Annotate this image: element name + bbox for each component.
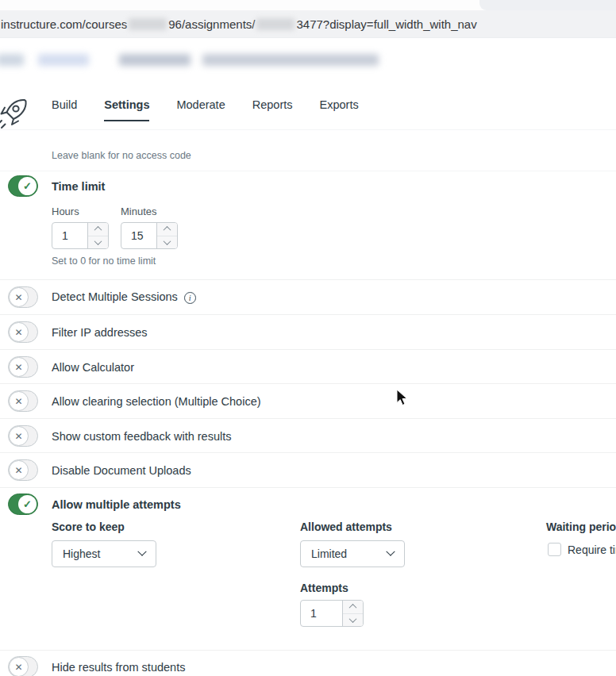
quiz-nav-tabs: Build Settings Moderate Reports Exports bbox=[52, 98, 359, 121]
breadcrumb-redacted-item bbox=[0, 54, 24, 66]
tab-settings[interactable]: Settings bbox=[104, 98, 149, 121]
allow-calculator-row: ✕ Allow Calculator bbox=[8, 356, 134, 378]
disable-document-uploads-label: Disable Document Uploads bbox=[52, 464, 191, 477]
waiting-period-label: Waiting period bbox=[546, 520, 616, 533]
url-text-mid: 96/assignments/ bbox=[168, 17, 255, 31]
hide-results-row: ✕ Hide results from students bbox=[8, 656, 185, 676]
minutes-value[interactable]: 15 bbox=[121, 223, 156, 248]
hours-increment-button[interactable] bbox=[88, 223, 108, 236]
hours-decrement-button[interactable] bbox=[88, 236, 108, 249]
divider bbox=[0, 418, 616, 419]
allow-clearing-selection-label: Allow clearing selection (Multiple Choic… bbox=[52, 395, 261, 408]
x-icon: ✕ bbox=[9, 657, 29, 676]
score-to-keep-value: Highest bbox=[63, 547, 100, 560]
breadcrumb-redacted-item bbox=[38, 54, 89, 66]
divider bbox=[0, 383, 616, 384]
access-code-hint: Leave blank for no access code bbox=[52, 150, 191, 161]
chevron-down-icon bbox=[94, 237, 102, 245]
mouse-cursor bbox=[396, 389, 409, 406]
url-redacted-segment bbox=[256, 18, 295, 30]
allow-clearing-selection-toggle[interactable]: ✕ bbox=[8, 390, 38, 412]
show-custom-feedback-label: Show custom feedback with results bbox=[52, 430, 231, 443]
allow-clearing-selection-row: ✕ Allow clearing selection (Multiple Cho… bbox=[8, 390, 261, 412]
allowed-attempts-value: Limited bbox=[311, 547, 347, 560]
url-text-prefix: instructure.com/courses bbox=[1, 17, 127, 31]
minutes-increment-button[interactable] bbox=[157, 223, 177, 236]
chevron-down-icon bbox=[137, 547, 146, 556]
filter-ip-row: ✕ Filter IP addresses bbox=[8, 321, 148, 343]
chevron-up-icon bbox=[94, 226, 102, 234]
attempts-label: Attempts bbox=[300, 582, 348, 594]
minutes-stepper[interactable]: 15 bbox=[121, 222, 178, 249]
address-bar[interactable]: instructure.com/courses 96/assignments/ … bbox=[0, 10, 616, 38]
require-time-label: Require tim bbox=[568, 543, 616, 556]
hours-label: Hours bbox=[52, 205, 79, 217]
chevron-up-icon bbox=[349, 604, 357, 612]
show-custom-feedback-row: ✕ Show custom feedback with results bbox=[8, 425, 231, 447]
hours-stepper[interactable]: 1 bbox=[52, 222, 109, 249]
disable-document-uploads-row: ✕ Disable Document Uploads bbox=[8, 459, 191, 481]
divider bbox=[0, 487, 616, 488]
chevron-down-icon bbox=[349, 615, 357, 623]
divider bbox=[0, 171, 616, 171]
allow-multiple-attempts-label: Allow multiple attempts bbox=[52, 498, 181, 511]
divider bbox=[0, 279, 616, 280]
chevron-up-icon bbox=[164, 226, 171, 234]
allow-multiple-attempts-toggle[interactable]: ✓ bbox=[8, 494, 38, 515]
x-icon: ✕ bbox=[9, 460, 29, 480]
detect-multiple-sessions-row: ✕ Detect Multiple Sessionsi bbox=[8, 286, 196, 308]
time-limit-row: ✓ Time limit bbox=[8, 175, 105, 197]
attempts-stepper[interactable]: 1 bbox=[300, 600, 364, 627]
attempts-increment-button[interactable] bbox=[343, 601, 363, 613]
allowed-attempts-select[interactable]: Limited bbox=[300, 540, 405, 567]
tab-reports[interactable]: Reports bbox=[252, 98, 293, 121]
minutes-label: Minutes bbox=[121, 205, 157, 217]
x-icon: ✕ bbox=[9, 322, 29, 342]
divider bbox=[0, 650, 616, 651]
allow-calculator-label: Allow Calculator bbox=[52, 361, 134, 374]
attempts-value[interactable]: 1 bbox=[301, 601, 342, 626]
tab-exports[interactable]: Exports bbox=[320, 98, 359, 121]
x-icon: ✕ bbox=[9, 426, 29, 446]
hours-value[interactable]: 1 bbox=[52, 223, 87, 248]
tab-moderate[interactable]: Moderate bbox=[176, 98, 225, 121]
allowed-attempts-label: Allowed attempts bbox=[300, 520, 392, 533]
check-icon: ✓ bbox=[18, 495, 37, 513]
info-icon[interactable]: i bbox=[184, 292, 196, 304]
breadcrumb-redacted-item bbox=[119, 54, 191, 66]
divider bbox=[0, 129, 616, 130]
allow-multiple-attempts-row: ✓ Allow multiple attempts bbox=[8, 494, 181, 515]
hide-results-label: Hide results from students bbox=[52, 661, 185, 674]
breadcrumb-redacted-item bbox=[202, 54, 379, 66]
hide-results-toggle[interactable]: ✕ bbox=[8, 656, 38, 676]
chevron-down-icon bbox=[164, 237, 171, 245]
x-icon: ✕ bbox=[9, 357, 29, 377]
filter-ip-toggle[interactable]: ✕ bbox=[8, 321, 38, 343]
filter-ip-label: Filter IP addresses bbox=[52, 326, 148, 339]
browser-tab-edge bbox=[479, 0, 616, 10]
tab-build[interactable]: Build bbox=[52, 98, 77, 121]
require-time-checkbox[interactable] bbox=[548, 543, 561, 556]
divider bbox=[0, 314, 616, 315]
require-time-row: Require tim bbox=[548, 543, 616, 556]
x-icon: ✕ bbox=[9, 287, 29, 307]
disable-document-uploads-toggle[interactable]: ✕ bbox=[8, 459, 38, 481]
rocket-icon bbox=[0, 94, 32, 131]
attempts-decrement-button[interactable] bbox=[343, 613, 363, 627]
time-limit-toggle[interactable]: ✓ bbox=[8, 175, 38, 197]
time-limit-label: Time limit bbox=[52, 180, 105, 193]
detect-multiple-sessions-toggle[interactable]: ✕ bbox=[8, 286, 38, 308]
show-custom-feedback-toggle[interactable]: ✕ bbox=[8, 425, 38, 447]
time-limit-hint: Set to 0 for no time limit bbox=[52, 255, 156, 267]
score-to-keep-select[interactable]: Highest bbox=[52, 540, 156, 567]
minutes-decrement-button[interactable] bbox=[157, 236, 177, 249]
chevron-down-icon bbox=[386, 547, 395, 556]
allow-calculator-toggle[interactable]: ✕ bbox=[8, 356, 38, 378]
x-icon: ✕ bbox=[9, 391, 29, 411]
detect-multiple-sessions-label: Detect Multiple Sessionsi bbox=[52, 290, 196, 304]
divider bbox=[0, 452, 616, 453]
url-redacted-segment bbox=[129, 18, 167, 30]
check-icon: ✓ bbox=[18, 177, 37, 195]
url-text-suffix: 3477?display=full_width_with_nav bbox=[296, 17, 476, 31]
score-to-keep-label: Score to keep bbox=[52, 520, 125, 533]
